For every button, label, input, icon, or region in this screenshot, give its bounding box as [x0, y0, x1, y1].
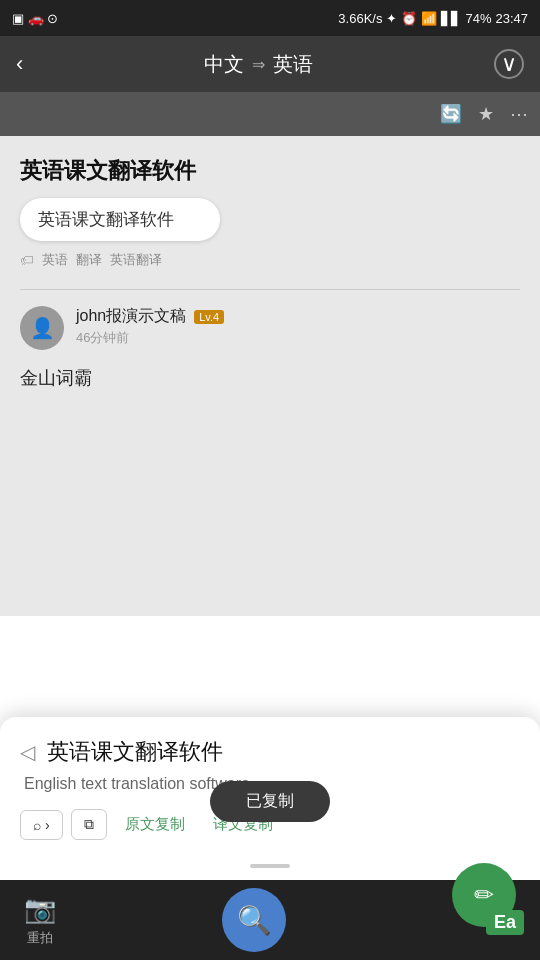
- search-arrow-icon: ›: [45, 817, 50, 833]
- copy-icon-button[interactable]: ⧉: [71, 809, 107, 840]
- status-bar-left: ▣ 🚗 ⊙: [12, 11, 58, 26]
- nav-dropdown-button[interactable]: ∨: [494, 49, 524, 79]
- search-icon: ⌕: [33, 817, 41, 833]
- status-bar: ▣ 🚗 ⊙ 3.66K/s ✦ ⏰ 📶 ▋▋ 74% 23:47: [0, 0, 540, 36]
- search-input-box[interactable]: 英语课文翻译软件: [20, 198, 220, 241]
- copied-label: 已复制: [246, 792, 294, 809]
- user-name: john报演示文稿: [76, 306, 186, 327]
- speed-indicator: 3.66K/s: [338, 11, 382, 26]
- copy-icon: ⧉: [84, 816, 94, 833]
- search-center-button[interactable]: 🔍: [222, 888, 286, 952]
- back-button[interactable]: ‹: [16, 51, 23, 77]
- bottom-nav: 📷 重拍 🔍 ✏ Ea 重涂: [0, 880, 540, 960]
- signal-icon: ▋▋: [441, 11, 461, 26]
- edit-icon: ✏: [474, 881, 494, 909]
- search-input-value: 英语课文翻译软件: [38, 210, 174, 229]
- nav-title: 中文 ⇒ 英语: [204, 51, 313, 78]
- nav-bar: ‹ 中文 ⇒ 英语 ∨: [0, 36, 540, 92]
- tag-icon: 🏷: [20, 252, 34, 268]
- repaint-icon-circle[interactable]: ✏ Ea: [452, 863, 516, 927]
- retake-button[interactable]: 📷 重拍: [24, 894, 56, 947]
- refresh-icon[interactable]: 🔄: [440, 103, 462, 125]
- speaker-icon[interactable]: ◁: [20, 740, 35, 764]
- result-meta: john报演示文稿 Lv.4 46分钟前: [76, 306, 520, 347]
- divider: [20, 289, 520, 290]
- camera-icon: 📷: [24, 894, 56, 925]
- original-copy-button[interactable]: 原文复制: [115, 809, 195, 840]
- search-center-icon: 🔍: [237, 904, 272, 937]
- avatar-icon: 👤: [30, 316, 55, 340]
- result-time: 46分钟前: [76, 329, 520, 347]
- panel-drag: [20, 856, 520, 880]
- sub-nav-bar: 🔄 ★ ⋯: [0, 92, 540, 136]
- notification-icons: ▣ 🚗 ⊙: [12, 11, 58, 26]
- search-result-title: 英语课文翻译软件: [20, 156, 520, 186]
- result-item: 👤 john报演示文稿 Lv.4 46分钟前: [20, 306, 520, 350]
- drag-handle: [250, 864, 290, 868]
- wifi-icon: 📶: [421, 11, 437, 26]
- ea-badge: Ea: [486, 910, 524, 935]
- tag-2[interactable]: 翻译: [76, 251, 102, 269]
- search-tags: 🏷 英语 翻译 英语翻译: [20, 251, 520, 269]
- avatar: 👤: [20, 306, 64, 350]
- user-badge: Lv.4: [194, 310, 224, 324]
- panel-header: ◁ 英语课文翻译软件: [20, 737, 520, 767]
- nav-title-chinese: 中文: [204, 51, 244, 78]
- time-display: 23:47: [495, 11, 528, 26]
- alarm-icon: ⏰: [401, 11, 417, 26]
- main-content: 英语课文翻译软件 英语课文翻译软件 🏷 英语 翻译 英语翻译 👤 john报演示…: [0, 136, 540, 616]
- battery-level: 74%: [465, 11, 491, 26]
- tag-3[interactable]: 英语翻译: [110, 251, 162, 269]
- panel-title: 英语课文翻译软件: [47, 737, 223, 767]
- search-button[interactable]: ⌕ ›: [20, 810, 63, 840]
- repaint-button[interactable]: ✏ Ea 重涂: [452, 863, 516, 960]
- more-icon[interactable]: ⋯: [510, 103, 528, 125]
- bluetooth-icon: ✦: [386, 11, 397, 26]
- result-label: 金山词霸: [20, 366, 520, 390]
- translate-arrow-icon: ⇒: [252, 55, 265, 74]
- retake-label: 重拍: [27, 929, 53, 947]
- result-name: john报演示文稿 Lv.4: [76, 306, 520, 327]
- status-bar-right: 3.66K/s ✦ ⏰ 📶 ▋▋ 74% 23:47: [338, 11, 528, 26]
- copied-toast: 已复制: [210, 781, 330, 822]
- tag-1[interactable]: 英语: [42, 251, 68, 269]
- nav-title-english: 英语: [273, 51, 313, 78]
- star-icon[interactable]: ★: [478, 103, 494, 125]
